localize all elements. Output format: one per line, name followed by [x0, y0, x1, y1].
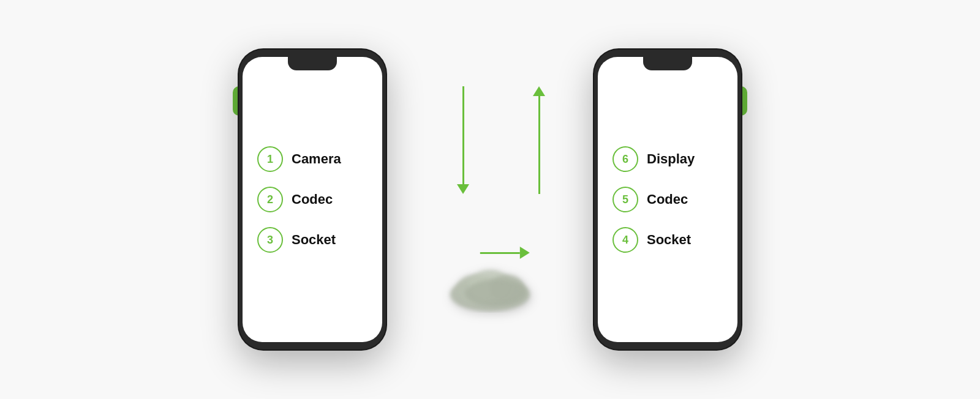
step-number-1: 1 [267, 153, 273, 166]
cloud-icon [441, 258, 539, 313]
cloud-container [441, 258, 539, 313]
arrow-up-head [533, 86, 545, 96]
scene: streaming 1 Camera 2 Codec [0, 0, 980, 399]
playback-screen: 6 Display 5 Codec 4 Socket [598, 57, 737, 342]
notch-right [643, 57, 692, 70]
step-number-6: 6 [622, 153, 628, 166]
arrow-down-head [457, 184, 469, 194]
arrow-up-line [538, 96, 540, 194]
step-number-4: 4 [622, 234, 628, 247]
step-circle-4: 4 [612, 227, 638, 253]
streaming-screen: 1 Camera 2 Codec 3 Socket [243, 57, 382, 342]
step-label-codec-left: Codec [292, 192, 333, 207]
arrow-down [457, 86, 469, 194]
svg-point-4 [466, 280, 527, 307]
arrow-right-line [480, 252, 520, 254]
playback-phone-wrapper: playback 6 Display 5 Codec [594, 50, 741, 349]
step-label-socket-left: Socket [292, 232, 336, 248]
list-item: 4 Socket [612, 227, 691, 253]
list-item: 2 Codec [257, 187, 333, 212]
list-item: 3 Socket [257, 227, 336, 253]
step-circle-3: 3 [257, 227, 283, 253]
step-number-3: 3 [267, 234, 273, 247]
step-label-socket-right: Socket [647, 232, 691, 248]
step-circle-2: 2 [257, 187, 283, 212]
notch-left [288, 57, 337, 70]
arrow-down-line [462, 86, 464, 184]
streaming-phone-wrapper: streaming 1 Camera 2 Codec [239, 50, 386, 349]
list-item: 1 Camera [257, 146, 341, 172]
list-item: 6 Display [612, 146, 695, 172]
list-item: 5 Codec [612, 187, 688, 212]
step-circle-6: 6 [612, 146, 638, 172]
middle-section [423, 50, 557, 349]
arrow-right [480, 247, 530, 259]
step-circle-5: 5 [612, 187, 638, 212]
step-number-2: 2 [267, 193, 273, 206]
arrow-right-head [520, 247, 530, 259]
step-label-camera: Camera [292, 151, 341, 167]
streaming-phone: 1 Camera 2 Codec 3 Socket [239, 50, 386, 349]
step-label-codec-right: Codec [647, 192, 688, 207]
step-circle-1: 1 [257, 146, 283, 172]
playback-phone: 6 Display 5 Codec 4 Socket [594, 50, 741, 349]
step-number-5: 5 [622, 193, 628, 206]
arrow-up [533, 86, 545, 194]
step-label-display: Display [647, 151, 695, 167]
